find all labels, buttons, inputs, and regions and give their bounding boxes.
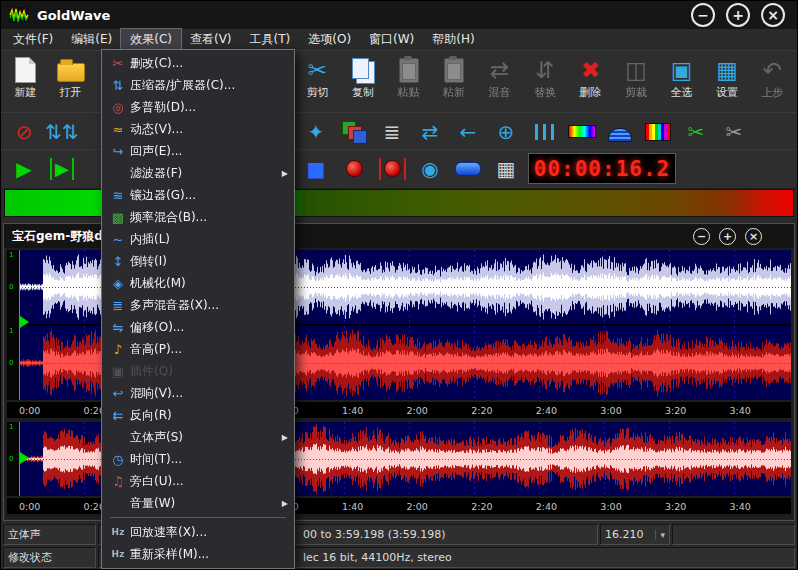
effects-menu-item-flanger[interactable]: ≋镶边器(G)... (102, 184, 294, 206)
sound-minimize-button[interactable]: − (693, 228, 710, 245)
mix-button[interactable]: ⇄混音 (477, 53, 522, 98)
effects-menu-item-offset[interactable]: ⇋偏移(O)... (102, 316, 294, 338)
settings-icon: ▦ (716, 59, 738, 82)
zoom-select[interactable]: 16.210 ▾ (600, 524, 670, 545)
effects-menu-item-reverse[interactable]: ⇇反向(R) (102, 404, 294, 426)
paste-new-icon (444, 58, 464, 83)
settings-button[interactable]: ▦设置 (705, 53, 750, 98)
scissors-green-button[interactable]: ✂ (677, 115, 715, 148)
dropdown-arrow-icon[interactable]: ▾ (655, 530, 665, 540)
menubar-item-file[interactable]: 文件(F) (4, 29, 62, 50)
effects-menu-item-invert[interactable]: ↕倒转(I) (102, 250, 294, 272)
censor-icon: ✂ (106, 57, 130, 70)
record-dot-icon (384, 160, 401, 177)
channel-mode-cell[interactable]: 立体声 (3, 524, 96, 545)
scissors-green-icon: ✂ (688, 122, 705, 142)
selection-view-button[interactable] (449, 152, 487, 185)
toolbar-icon-box: ✖ (581, 55, 600, 85)
effects-menu-item-pitch[interactable]: ♪音高(P)... (102, 338, 294, 360)
submenu-arrow-icon: ▶ (282, 433, 288, 442)
rainbow-bar-button[interactable] (563, 115, 601, 148)
undo-icon: ↶ (763, 59, 782, 82)
swap-channels-button[interactable]: ⇄ (411, 115, 449, 148)
record-button[interactable] (335, 152, 373, 185)
effects-menu-item-mechanize[interactable]: ◈机械化(M) (102, 272, 294, 294)
effects-menu-item-volume[interactable]: 音量(W)▶ (102, 492, 294, 514)
effect-star-button[interactable]: ✦ (297, 115, 335, 148)
scissors-gray-button[interactable]: ✂ (715, 115, 753, 148)
menubar-item-options[interactable]: 选项(O) (299, 29, 360, 50)
menubar-item-effects[interactable]: 效果(C) (121, 29, 181, 50)
record-selection-button[interactable] (373, 152, 411, 185)
menubar-item-tools[interactable]: 工具(T) (241, 29, 300, 50)
grid-view-button[interactable]: ▦ (487, 152, 525, 185)
effects-menu-item-stereo[interactable]: 立体声(S)▶ (102, 426, 294, 448)
select-all-button[interactable]: ▣全选 (659, 53, 704, 98)
effects-menu-item-frequency-blend[interactable]: ▩频率混合(B)... (102, 206, 294, 228)
offset-icon: ⇋ (106, 321, 130, 334)
format-info: lec 16 bit, 44100Hz, stereo (303, 551, 452, 564)
effects-menu-item-mixer[interactable]: ≣多声混音器(X)... (102, 294, 294, 316)
effects-menu-item-doppler[interactable]: ◎多普勒(D)... (102, 96, 294, 118)
undo-button[interactable]: ↶上步 (750, 53, 795, 98)
window-title: GoldWave (37, 8, 110, 23)
effects-menu-item-echo[interactable]: ↪回声(E)... (102, 140, 294, 162)
dome-button[interactable] (601, 115, 639, 148)
replace-button[interactable]: ⇵替换 (523, 53, 568, 98)
move-cue-button[interactable]: ⊕ (487, 115, 525, 148)
time-label: 3:00 (600, 405, 621, 416)
menubar-item-window[interactable]: 窗口(W) (360, 29, 423, 50)
spectrum-bars-button[interactable] (639, 115, 677, 148)
open-file-button[interactable]: 打开 (48, 53, 93, 98)
close-button[interactable]: × (761, 3, 785, 27)
toolbar-button-label: 粘新 (443, 87, 465, 98)
stop-button[interactable]: ■ (297, 152, 335, 185)
previous-marker-button[interactable]: ← (449, 115, 487, 148)
effects-menu-item-reverb[interactable]: ↩混响(V)... (102, 382, 294, 404)
sound-close-button[interactable]: × (745, 228, 762, 245)
effects-menu-item-censor[interactable]: ✂删改(C)... (102, 52, 294, 74)
effects-menu-item-dynamics[interactable]: ≈动态(V)... (102, 118, 294, 140)
paste-button[interactable]: 粘贴 (386, 53, 431, 98)
trim-button[interactable]: ◫剪裁 (614, 53, 659, 98)
pitch-icon: ♪ (106, 343, 130, 356)
playlist-button[interactable]: ≣ (373, 115, 411, 148)
move-cue-icon: ⊕ (498, 122, 515, 142)
menubar-item-edit[interactable]: 编辑(E) (62, 29, 121, 50)
stop-icon: ■ (307, 159, 326, 179)
effects-menu-item-compressor-expander[interactable]: ⇅压缩器/扩展器(C)... (102, 74, 294, 96)
menu-item-label: 动态(V)... (130, 121, 183, 138)
time-label: 3:40 (730, 405, 751, 416)
menu-item-label: 重新采样(M)... (130, 546, 209, 563)
overview-amplitude-gutter: 1 0 (7, 422, 19, 496)
play-selection-button[interactable]: ▶ (43, 152, 81, 185)
effects-menu-item-interpolate[interactable]: ~内插(L) (102, 228, 294, 250)
overview-playback-marker-icon[interactable] (20, 452, 29, 464)
expand-vertical-button[interactable]: ⇅⇅ (43, 115, 81, 148)
play-button[interactable]: ▶ (5, 152, 43, 185)
minimize-button[interactable]: − (691, 3, 715, 27)
effects-menu-item-filter[interactable]: 滤波器(F)▶ (102, 162, 294, 184)
cut-button[interactable]: ✂剪切 (295, 53, 340, 98)
mix-icon: ⇄ (490, 59, 509, 82)
paste-new-button[interactable]: 粘新 (432, 53, 477, 98)
resample-icon: Hz (106, 550, 130, 559)
layers-button[interactable] (335, 115, 373, 148)
time-label: 2:20 (471, 405, 492, 416)
menubar-item-help[interactable]: 帮助(H) (423, 29, 483, 50)
effects-menu-item-playback-rate[interactable]: Hz回放速率(X)... (102, 521, 294, 543)
effects-menu-item-voice-over[interactable]: ♫旁白(U)... (102, 470, 294, 492)
sound-maximize-button[interactable]: + (719, 228, 736, 245)
playback-marker-icon[interactable] (20, 316, 29, 328)
toolbar-icon-box: ↶ (763, 55, 782, 85)
menubar-item-view[interactable]: 查看(V) (181, 29, 241, 50)
copy-button[interactable]: 复制 (341, 53, 386, 98)
sliders-button[interactable] (525, 115, 563, 148)
maximize-button[interactable]: + (726, 3, 750, 27)
delete-button[interactable]: ✖删除 (568, 53, 613, 98)
effects-menu-item-resample[interactable]: Hz重新采样(M)... (102, 543, 294, 565)
effects-menu-item-time[interactable]: ◷时间(T)... (102, 448, 294, 470)
disable-effects-button[interactable]: ⊘ (5, 115, 43, 148)
monitor-button[interactable]: ◉ (411, 152, 449, 185)
new-file-button[interactable]: 新建 (3, 53, 48, 98)
